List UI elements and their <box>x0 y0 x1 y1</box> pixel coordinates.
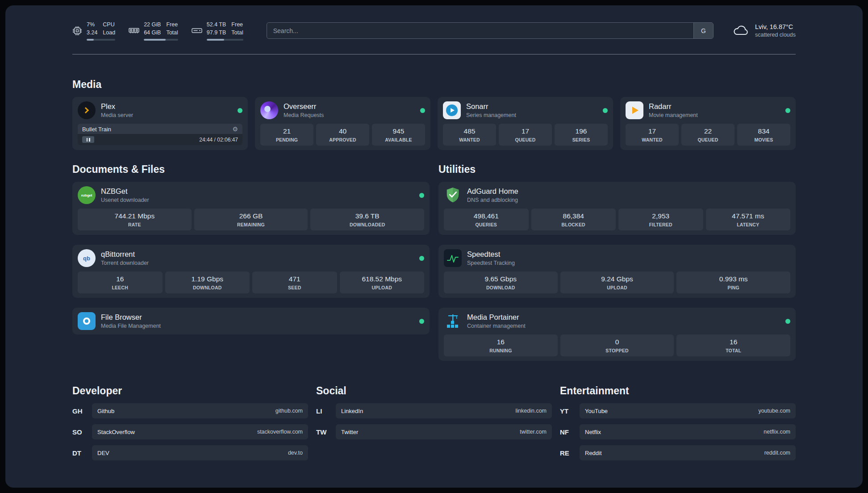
service-card-plex[interactable]: Plex Media server Bullet Train ⚙ 24:44 /… <box>72 97 248 150</box>
service-header-nzbget[interactable]: nzbget NZBGet Usenet downloader <box>78 186 424 204</box>
disk-total-value: 97.9 TB <box>207 29 226 37</box>
service-text: qBittorrent Torrent downloader <box>101 250 149 266</box>
bookmark-netflix[interactable]: Netflix netflix.com <box>580 424 796 439</box>
service-header-plex[interactable]: Plex Media server <box>78 101 242 119</box>
bookmark-row: SO StackOverflow stackoverflow.com <box>72 424 308 439</box>
status-dot <box>603 108 608 113</box>
disk-values: 52.4 TB 97.9 TB <box>207 21 226 37</box>
status-dot <box>419 193 424 198</box>
bookmark-abbr: DT <box>72 449 92 457</box>
stat-box: 1.19 GbpsDOWNLOAD <box>165 272 250 293</box>
overseerr-icon <box>260 101 278 119</box>
service-text: Sonarr Series management <box>466 102 516 118</box>
service-text: AdGuard Home DNS and adblocking <box>467 187 518 203</box>
plex-now-playing: Bullet Train ⚙ 24:44 / 02:06:47 <box>78 124 242 145</box>
service-card-radarr[interactable]: Radarr Movie management 17WANTED 22QUEUE… <box>620 97 796 150</box>
stat-box: 618.52 MbpsUPLOAD <box>340 272 425 293</box>
stat-box: 86,384BLOCKED <box>531 209 616 230</box>
service-card-speedtest[interactable]: Speedtest Speedtest Tracking 9.65 GbpsDO… <box>438 245 796 298</box>
stat-box: 2,953FILTERED <box>618 209 703 230</box>
bookmark-youtube[interactable]: YouTube youtube.com <box>580 403 796 418</box>
stat-box: 47.571 msLATENCY <box>706 209 791 230</box>
disk-labels: Free Total <box>231 21 243 37</box>
bookmark-group-developer: Developer GH Github github.com SO StackO… <box>72 385 308 466</box>
service-header-portainer[interactable]: Media Portainer Container management <box>444 312 790 330</box>
stat-box: 9.65 GbpsDOWNLOAD <box>444 272 558 293</box>
service-header-adguard[interactable]: AdGuard Home DNS and adblocking <box>444 186 790 204</box>
service-desc: Media Requests <box>284 112 324 118</box>
service-card-portainer[interactable]: Media Portainer Container management 16R… <box>438 308 796 361</box>
cpu-percent: 7% <box>87 21 97 29</box>
service-header-filebrowser[interactable]: File Browser Media File Management <box>78 312 424 330</box>
stat-box: 16TOTAL <box>676 334 790 356</box>
memory-free-label: Free <box>166 21 178 29</box>
filebrowser-icon <box>78 312 96 330</box>
bookmark-abbr: SO <box>72 428 92 436</box>
stat-box: 9.24 GbpsUPLOAD <box>560 272 674 293</box>
cpu-icon <box>72 26 82 36</box>
pause-icon[interactable] <box>82 136 94 143</box>
bookmark-row: DT DEV dev.to <box>72 445 308 460</box>
service-header-qbittorrent[interactable]: qb qBittorrent Torrent downloader <box>78 249 424 267</box>
gear-icon[interactable]: ⚙ <box>232 125 238 133</box>
stat-box: 39.6 TBDOWNLOADED <box>310 209 424 230</box>
plex-icon <box>78 101 96 119</box>
weather-widget[interactable]: Lviv, 16.87°C scattered clouds <box>732 23 796 38</box>
service-stats: 21PENDING 40APPROVED 945AVAILABLE <box>260 124 425 146</box>
search-input[interactable] <box>267 23 693 38</box>
bookmark-abbr: LI <box>316 407 336 415</box>
service-desc: Media server <box>101 112 133 118</box>
service-name: Overseerr <box>284 102 324 111</box>
bookmark-group-social: Social LI LinkedIn linkedin.com TW Twitt… <box>316 385 552 466</box>
service-header-radarr[interactable]: Radarr Movie management <box>626 101 790 119</box>
service-name: Plex <box>101 102 133 111</box>
portainer-icon <box>444 312 462 330</box>
bookmark-row: TW Twitter twitter.com <box>316 424 552 439</box>
disk-total-label: Total <box>231 29 243 37</box>
service-card-sonarr[interactable]: Sonarr Series management 485WANTED 17QUE… <box>438 97 613 150</box>
memory-labels: Free Total <box>166 21 178 37</box>
stat-box: 266 GBREMAINING <box>194 209 308 230</box>
service-header-overseerr[interactable]: Overseerr Media Requests <box>260 101 425 119</box>
status-dot <box>419 319 424 324</box>
service-stats: 498,461QUERIES 86,384BLOCKED 2,953FILTER… <box>444 209 790 230</box>
stat-box: 485WANTED <box>443 124 496 146</box>
media-grid: Plex Media server Bullet Train ⚙ 24:44 /… <box>72 97 796 150</box>
stat-box: 16LEECH <box>78 272 163 293</box>
service-stats: 16LEECH 1.19 GbpsDOWNLOAD 471SEED 618.52… <box>78 272 424 293</box>
search-bar: G <box>267 22 714 39</box>
stat-box: 0.993 msPING <box>676 272 790 293</box>
bookmark-linkedin[interactable]: LinkedIn linkedin.com <box>336 403 552 418</box>
bookmark-abbr: TW <box>316 428 336 436</box>
service-name: Media Portainer <box>467 313 526 322</box>
service-stats: 744.21 MbpsRATE 266 GBREMAINING 39.6 TBD… <box>78 209 424 230</box>
cpu-label: CPU <box>103 21 115 29</box>
bookmark-stackoverflow[interactable]: StackOverflow stackoverflow.com <box>92 424 308 439</box>
bookmark-row: YT YouTube youtube.com <box>560 403 796 418</box>
disk-icon <box>192 26 202 35</box>
bookmark-reddit[interactable]: Reddit reddit.com <box>580 445 796 460</box>
service-card-nzbget[interactable]: nzbget NZBGet Usenet downloader 744.21 M… <box>72 182 430 235</box>
service-card-qbittorrent[interactable]: qb qBittorrent Torrent downloader 16LEEC… <box>72 245 430 298</box>
service-header-sonarr[interactable]: Sonarr Series management <box>443 101 608 119</box>
bookmark-twitter[interactable]: Twitter twitter.com <box>336 424 552 439</box>
bookmark-dev[interactable]: DEV dev.to <box>92 445 308 460</box>
service-card-adguard[interactable]: AdGuard Home DNS and adblocking 498,461Q… <box>438 182 796 235</box>
bookmark-row: LI LinkedIn linkedin.com <box>316 403 552 418</box>
service-card-filebrowser[interactable]: File Browser Media File Management <box>72 308 430 334</box>
memory-total-label: Total <box>166 29 178 37</box>
search-provider-button[interactable]: G <box>693 23 713 38</box>
service-text: Media Portainer Container management <box>467 313 526 329</box>
bookmark-abbr: GH <box>72 407 92 415</box>
bookmark-row: GH Github github.com <box>72 403 308 418</box>
service-stats: 17WANTED 22QUEUED 834MOVIES <box>626 124 790 146</box>
cpu-labels: CPU Load <box>103 21 115 37</box>
bookmark-github[interactable]: Github github.com <box>92 403 308 418</box>
disk-widget: 52.4 TB 97.9 TB Free Total <box>192 21 243 41</box>
cpu-widget: 7% 3.24 CPU Load <box>72 21 115 41</box>
bookmark-abbr: NF <box>560 428 580 436</box>
disk-free-value: 52.4 TB <box>207 21 226 29</box>
service-header-speedtest[interactable]: Speedtest Speedtest Tracking <box>444 249 790 267</box>
status-dot <box>785 319 790 324</box>
service-card-overseerr[interactable]: Overseerr Media Requests 21PENDING 40APP… <box>255 97 430 150</box>
